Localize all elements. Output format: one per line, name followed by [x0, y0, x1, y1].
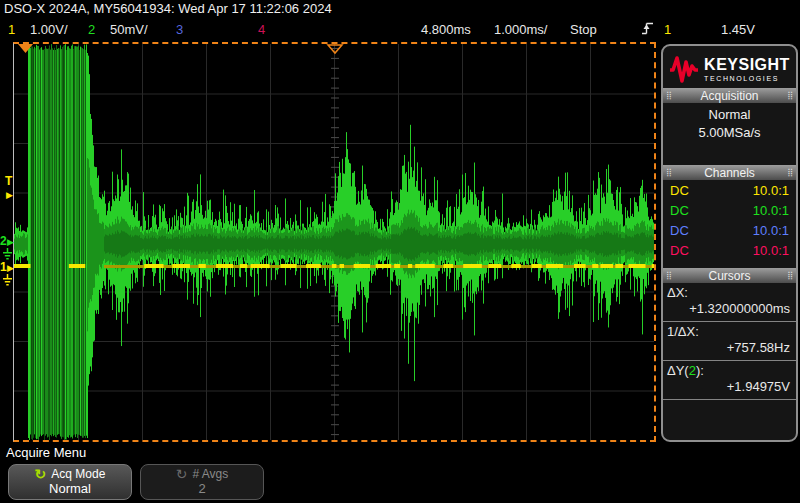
- logo-brand-text: KEYSIGHT: [704, 57, 790, 73]
- ch1-info-row: DC 10.0:1: [663, 180, 796, 200]
- trigger-slope-icon: [641, 21, 654, 39]
- softkey-num-avgs-label: # Avgs: [192, 468, 228, 481]
- ch3-probe: 10.0:1: [753, 223, 789, 238]
- ch4-info-row: DC 10.0:1: [663, 240, 796, 260]
- grip-icon: ⣿: [666, 272, 672, 280]
- ch4-coupling: DC: [670, 243, 689, 258]
- ch2-probe: 10.0:1: [753, 203, 789, 218]
- softkey-acq-mode[interactable]: ↻ Acq Mode Normal: [8, 464, 132, 500]
- cursor-dx-value: +1.320000000ms: [663, 301, 796, 322]
- menu-title: Acquire Menu: [6, 445, 86, 460]
- grip-icon: ⣿: [666, 92, 672, 100]
- grip-icon: ⣿: [666, 169, 672, 177]
- info-sidebar: KEYSIGHT TECHNOLOGIES ⣿ Acquisition ⣿ No…: [661, 44, 798, 442]
- ch1-number[interactable]: 1: [8, 22, 15, 37]
- cursor-dy-value: +1.94975V: [663, 379, 796, 400]
- softkey-acq-mode-value: Normal: [49, 482, 91, 496]
- sample-rate: 5.00MSa/s: [663, 124, 796, 142]
- ch3-coupling: DC: [670, 223, 689, 238]
- ch2-reference-label[interactable]: 2: [0, 236, 7, 247]
- title-bar: DSO-X 2024A, MY56041934: Wed Apr 17 11:2…: [4, 1, 332, 16]
- ch1-reference-label[interactable]: 1: [0, 262, 7, 273]
- trigger-source[interactable]: 1: [664, 22, 671, 37]
- cycle-icon: ↻: [35, 468, 47, 481]
- softkey-acq-mode-label: Acq Mode: [51, 468, 105, 481]
- ch2-coupling: DC: [670, 203, 689, 218]
- section-header-acquisition[interactable]: ⣿ Acquisition ⣿: [663, 88, 796, 103]
- cursor-dx-label: ΔX:: [663, 283, 796, 301]
- ch1-probe: 10.0:1: [753, 183, 789, 198]
- ch2-number[interactable]: 2: [88, 22, 95, 37]
- status-bar: 1 1.00V/ 2 50mV/ 3 4 4.800ms 1.000ms/ St…: [0, 19, 800, 40]
- cursors-header-label: Cursors: [708, 269, 750, 283]
- ch2-info-row: DC 10.0:1: [663, 200, 796, 220]
- ch3-number[interactable]: 3: [176, 22, 183, 37]
- ch3-info-row: DC 10.0:1: [663, 220, 796, 240]
- run-state: Stop: [570, 22, 597, 37]
- grip-icon: ⣿: [787, 169, 793, 177]
- ch1-coupling: DC: [670, 183, 689, 198]
- ch4-number[interactable]: 4: [258, 22, 265, 37]
- waveform-canvas: [14, 44, 654, 440]
- delay-readout[interactable]: 4.800ms: [421, 22, 471, 37]
- ch2-reference-icon[interactable]: ▶: [7, 238, 14, 247]
- ch1-scale[interactable]: 1.00V/: [30, 22, 68, 37]
- cursor-dy-channel: 2: [689, 363, 696, 378]
- trigger-level[interactable]: 1.45V: [721, 22, 755, 37]
- softkey-num-avgs[interactable]: ↻ # Avgs 2: [140, 464, 264, 500]
- keysight-logo: KEYSIGHT TECHNOLOGIES: [663, 50, 796, 88]
- oscilloscope-screen: DSO-X 2024A, MY56041934: Wed Apr 17 11:2…: [0, 0, 800, 503]
- cursor-dy-label: ΔY(2):: [663, 361, 796, 379]
- section-header-channels[interactable]: ⣿ Channels ⣿: [663, 165, 796, 180]
- ch1-ground-icon: [2, 273, 13, 291]
- ch2-scale[interactable]: 50mV/: [110, 22, 148, 37]
- acquisition-mode: Normal: [663, 106, 796, 124]
- acquisition-header-label: Acquisition: [700, 89, 758, 103]
- channels-header-label: Channels: [704, 166, 755, 180]
- cycle-icon: ↻: [176, 468, 188, 481]
- ch4-probe: 10.0:1: [753, 243, 789, 258]
- waveform-display: [13, 42, 656, 442]
- ch1-reference-icon[interactable]: ▶: [7, 264, 14, 273]
- section-header-cursors[interactable]: ⣿ Cursors ⣿: [663, 268, 796, 283]
- timebase-readout[interactable]: 1.000ms/: [494, 22, 547, 37]
- logo-sub-text: TECHNOLOGIES: [704, 75, 790, 82]
- grip-icon: ⣿: [787, 92, 793, 100]
- cursor-invdx-label: 1/ΔX:: [663, 322, 796, 340]
- cursor-invdx-value: +757.58Hz: [663, 340, 796, 361]
- keysight-spark-icon: [669, 55, 699, 83]
- trigger-level-marker-label: T: [5, 176, 12, 187]
- softkey-num-avgs-value: 2: [198, 482, 205, 496]
- grip-icon: ⣿: [787, 272, 793, 280]
- trigger-level-marker-icon[interactable]: ▶: [6, 191, 13, 200]
